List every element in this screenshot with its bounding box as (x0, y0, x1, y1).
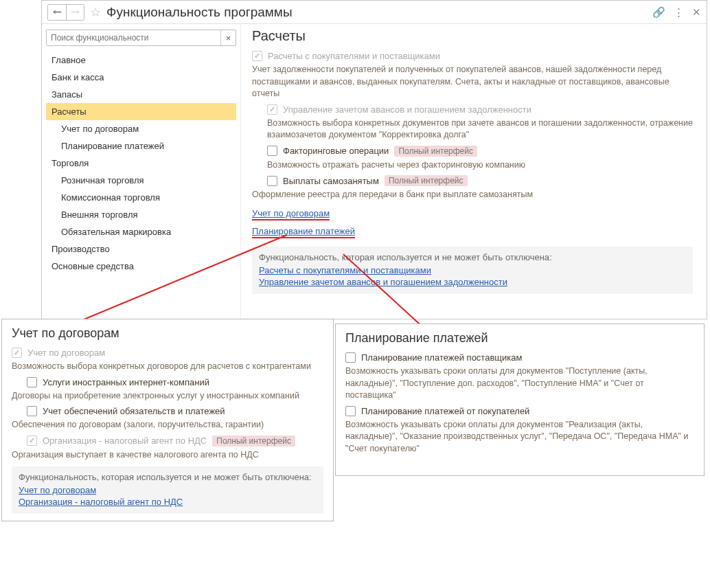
desc-factoring: Возможность отражать расчеты через факто… (267, 159, 693, 172)
content-heading: Расчеты (252, 28, 693, 44)
checkbox-p1-opt2[interactable] (27, 377, 37, 387)
content-pane: Расчеты Расчеты с покупателями и поставщ… (241, 24, 707, 319)
badge-p1-opt4: Полный интерфейс (212, 436, 295, 446)
search-input[interactable] (47, 30, 220, 45)
popup1-locked-title: Функциональность, которая используется и… (19, 472, 317, 482)
checkbox-customers-suppliers (252, 51, 262, 61)
sidebar-item[interactable]: Торговля (46, 155, 236, 172)
label-factoring: Факторинговые операции (283, 146, 389, 156)
label-p1-opt2: Услуги иностранных интернет-компаний (43, 377, 209, 387)
back-button[interactable]: 🡐 (48, 5, 66, 20)
sidebar-item[interactable]: Учет по договорам (46, 120, 236, 137)
sidebar-item[interactable]: Основные средства (46, 258, 236, 275)
checkbox-p2-opt2[interactable] (345, 406, 356, 416)
sidebar-item[interactable]: Банк и касса (46, 69, 236, 86)
checkbox-p1-opt3[interactable] (27, 406, 37, 416)
kebab-icon[interactable]: ⋮ (674, 6, 684, 19)
nav-tree: ГлавноеБанк и кассаЗапасыРасчетыУчет по … (46, 52, 236, 275)
checkbox-advance-mgmt (267, 104, 277, 115)
sidebar: × ГлавноеБанк и кассаЗапасыРасчетыУчет п… (42, 24, 241, 319)
popup2-title: Планирование платежей (345, 331, 694, 346)
locked-features-title: Функциональность, которая используется и… (259, 252, 686, 262)
popup1-locked-link-2[interactable]: Организация - налоговый агент по НДС (19, 497, 317, 507)
sidebar-item[interactable]: Главное (46, 52, 236, 69)
nav-buttons: 🡐 🡒 (47, 4, 84, 21)
sidebar-item[interactable]: Планирование платежей (46, 137, 236, 155)
desc-selfemployed: Оформление реестра для передачи в банк п… (252, 189, 693, 201)
label-p1-opt1: Учет по договорам (27, 348, 105, 358)
desc-advance-mgmt: Возможность выбора конкретных документов… (267, 117, 693, 142)
popup-payment-planning: Планирование платежей Планирование плате… (335, 324, 705, 476)
titlebar: 🡐 🡒 ☆ Функциональность программы 🔗 ⋮ ✕ (42, 1, 707, 24)
desc-p1-opt2: Договоры на приобретение электронных усл… (12, 390, 323, 403)
desc-p2-opt1: Возможность указывать сроки оплаты для д… (345, 365, 694, 402)
label-p1-opt3: Учет обеспечений обязательств и платежей (43, 406, 225, 416)
label-p1-opt4: Организация - налоговый агент по НДС (43, 436, 207, 446)
sidebar-item[interactable]: Расчеты (46, 103, 236, 120)
label-advance-mgmt: Управление зачетом авансов и погашением … (283, 104, 531, 115)
checkbox-p1-opt1 (12, 348, 22, 358)
link-payment-planning[interactable]: Планирование платежей (252, 226, 355, 238)
checkbox-selfemployed[interactable] (267, 176, 277, 186)
sidebar-item[interactable]: Розничная торговля (46, 172, 236, 189)
sidebar-item[interactable]: Внешняя торговля (46, 206, 236, 223)
search-clear[interactable]: × (220, 30, 236, 45)
locked-features-box: Функциональность, которая используется и… (252, 247, 693, 294)
label-customers-suppliers: Расчеты с покупателями и поставщиками (268, 51, 440, 61)
popup-contracts: Учет по договорам Учет по договорам Возм… (1, 319, 334, 521)
checkbox-p1-opt4 (27, 436, 37, 446)
desc-p2-opt2: Возможность указывать сроки оплаты для д… (345, 419, 694, 455)
checkbox-p2-opt1[interactable] (345, 352, 356, 363)
close-icon[interactable]: ✕ (692, 6, 701, 19)
window-title: Функциональность программы (106, 5, 293, 20)
popup1-locked-link-1[interactable]: Учет по договорам (19, 485, 317, 495)
forward-button[interactable]: 🡒 (66, 5, 84, 20)
locked-link-2[interactable]: Управление зачетом авансов и погашением … (259, 277, 686, 287)
link-contracts[interactable]: Учет по договорам (252, 208, 330, 220)
main-window: 🡐 🡒 ☆ Функциональность программы 🔗 ⋮ ✕ ×… (41, 0, 707, 319)
badge-factoring: Полный интерфейс (394, 146, 477, 157)
search-box: × (46, 30, 236, 46)
sidebar-item[interactable]: Производство (46, 240, 236, 258)
sidebar-item[interactable]: Комиссионная торговля (46, 189, 236, 206)
checkbox-factoring[interactable] (267, 146, 277, 156)
popup1-title: Учет по договорам (12, 326, 323, 341)
label-p2-opt1: Планирование платежей поставщикам (361, 352, 522, 363)
locked-link-1[interactable]: Расчеты с покупателями и поставщиками (259, 265, 686, 275)
sidebar-item[interactable]: Обязательная маркировка (46, 223, 236, 240)
label-p2-opt2: Планирование платежей от покупателей (361, 406, 529, 416)
badge-selfemployed: Полный интерфейс (385, 175, 468, 186)
desc-p1-opt1: Возможность выбора конкретных договоров … (12, 361, 323, 373)
sidebar-item[interactable]: Запасы (46, 86, 236, 103)
desc-customers-suppliers: Учет задолженности покупателей и получен… (252, 64, 693, 100)
link-icon[interactable]: 🔗 (652, 6, 665, 19)
desc-p1-opt4: Организация выступает в качестве налогов… (12, 449, 323, 462)
star-icon[interactable]: ☆ (90, 5, 101, 20)
desc-p1-opt3: Обеспечения по договорам (залоги, поручи… (12, 419, 323, 431)
popup1-locked-box: Функциональность, которая используется и… (12, 466, 323, 514)
label-selfemployed: Выплаты самозанятым (283, 176, 379, 186)
